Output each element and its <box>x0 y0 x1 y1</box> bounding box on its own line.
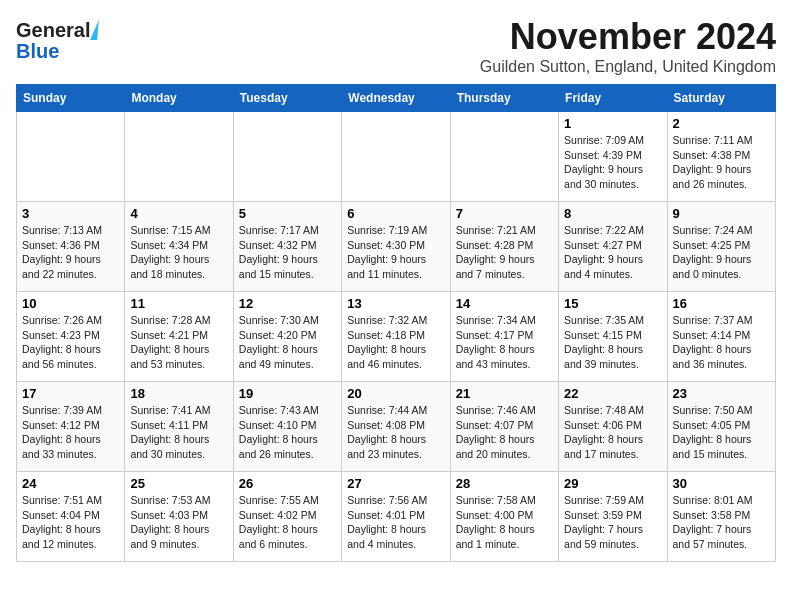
day-info: Sunrise: 7:11 AM Sunset: 4:38 PM Dayligh… <box>673 133 770 192</box>
day-number: 14 <box>456 296 553 311</box>
day-info: Sunrise: 7:22 AM Sunset: 4:27 PM Dayligh… <box>564 223 661 282</box>
day-number: 8 <box>564 206 661 221</box>
calendar-cell: 20Sunrise: 7:44 AM Sunset: 4:08 PM Dayli… <box>342 382 450 472</box>
day-info: Sunrise: 7:53 AM Sunset: 4:03 PM Dayligh… <box>130 493 227 552</box>
calendar-header-thursday: Thursday <box>450 85 558 112</box>
calendar-cell: 10Sunrise: 7:26 AM Sunset: 4:23 PM Dayli… <box>17 292 125 382</box>
day-info: Sunrise: 7:37 AM Sunset: 4:14 PM Dayligh… <box>673 313 770 372</box>
calendar-cell: 9Sunrise: 7:24 AM Sunset: 4:25 PM Daylig… <box>667 202 775 292</box>
logo-blue-text: Blue <box>16 40 98 63</box>
calendar-cell: 2Sunrise: 7:11 AM Sunset: 4:38 PM Daylig… <box>667 112 775 202</box>
calendar-cell: 17Sunrise: 7:39 AM Sunset: 4:12 PM Dayli… <box>17 382 125 472</box>
day-number: 26 <box>239 476 336 491</box>
location-text: Guilden Sutton, England, United Kingdom <box>480 58 776 76</box>
calendar-cell: 30Sunrise: 8:01 AM Sunset: 3:58 PM Dayli… <box>667 472 775 562</box>
day-info: Sunrise: 7:58 AM Sunset: 4:00 PM Dayligh… <box>456 493 553 552</box>
calendar-cell: 25Sunrise: 7:53 AM Sunset: 4:03 PM Dayli… <box>125 472 233 562</box>
day-info: Sunrise: 7:32 AM Sunset: 4:18 PM Dayligh… <box>347 313 444 372</box>
day-info: Sunrise: 7:30 AM Sunset: 4:20 PM Dayligh… <box>239 313 336 372</box>
calendar-week-row: 3Sunrise: 7:13 AM Sunset: 4:36 PM Daylig… <box>17 202 776 292</box>
day-info: Sunrise: 7:44 AM Sunset: 4:08 PM Dayligh… <box>347 403 444 462</box>
day-info: Sunrise: 8:01 AM Sunset: 3:58 PM Dayligh… <box>673 493 770 552</box>
day-info: Sunrise: 7:50 AM Sunset: 4:05 PM Dayligh… <box>673 403 770 462</box>
calendar-table: SundayMondayTuesdayWednesdayThursdayFrid… <box>16 84 776 562</box>
day-number: 13 <box>347 296 444 311</box>
calendar-week-row: 10Sunrise: 7:26 AM Sunset: 4:23 PM Dayli… <box>17 292 776 382</box>
day-info: Sunrise: 7:39 AM Sunset: 4:12 PM Dayligh… <box>22 403 119 462</box>
calendar-cell: 5Sunrise: 7:17 AM Sunset: 4:32 PM Daylig… <box>233 202 341 292</box>
calendar-cell: 11Sunrise: 7:28 AM Sunset: 4:21 PM Dayli… <box>125 292 233 382</box>
calendar-cell: 15Sunrise: 7:35 AM Sunset: 4:15 PM Dayli… <box>559 292 667 382</box>
calendar-cell: 13Sunrise: 7:32 AM Sunset: 4:18 PM Dayli… <box>342 292 450 382</box>
day-number: 1 <box>564 116 661 131</box>
calendar-header-monday: Monday <box>125 85 233 112</box>
logo: General Blue <box>16 20 98 63</box>
day-number: 16 <box>673 296 770 311</box>
day-number: 22 <box>564 386 661 401</box>
calendar-cell: 14Sunrise: 7:34 AM Sunset: 4:17 PM Dayli… <box>450 292 558 382</box>
month-title: November 2024 <box>480 16 776 58</box>
calendar-cell: 27Sunrise: 7:56 AM Sunset: 4:01 PM Dayli… <box>342 472 450 562</box>
day-number: 7 <box>456 206 553 221</box>
day-info: Sunrise: 7:46 AM Sunset: 4:07 PM Dayligh… <box>456 403 553 462</box>
day-info: Sunrise: 7:34 AM Sunset: 4:17 PM Dayligh… <box>456 313 553 372</box>
calendar-header-saturday: Saturday <box>667 85 775 112</box>
day-number: 10 <box>22 296 119 311</box>
calendar-cell <box>233 112 341 202</box>
calendar-cell: 19Sunrise: 7:43 AM Sunset: 4:10 PM Dayli… <box>233 382 341 472</box>
calendar-cell: 4Sunrise: 7:15 AM Sunset: 4:34 PM Daylig… <box>125 202 233 292</box>
day-info: Sunrise: 7:56 AM Sunset: 4:01 PM Dayligh… <box>347 493 444 552</box>
day-number: 5 <box>239 206 336 221</box>
day-info: Sunrise: 7:51 AM Sunset: 4:04 PM Dayligh… <box>22 493 119 552</box>
day-info: Sunrise: 7:26 AM Sunset: 4:23 PM Dayligh… <box>22 313 119 372</box>
calendar-cell: 3Sunrise: 7:13 AM Sunset: 4:36 PM Daylig… <box>17 202 125 292</box>
calendar-cell: 1Sunrise: 7:09 AM Sunset: 4:39 PM Daylig… <box>559 112 667 202</box>
calendar-cell: 8Sunrise: 7:22 AM Sunset: 4:27 PM Daylig… <box>559 202 667 292</box>
day-number: 20 <box>347 386 444 401</box>
logo-general-text: General <box>16 20 90 40</box>
day-info: Sunrise: 7:41 AM Sunset: 4:11 PM Dayligh… <box>130 403 227 462</box>
calendar-cell: 24Sunrise: 7:51 AM Sunset: 4:04 PM Dayli… <box>17 472 125 562</box>
calendar-header-friday: Friday <box>559 85 667 112</box>
day-info: Sunrise: 7:09 AM Sunset: 4:39 PM Dayligh… <box>564 133 661 192</box>
day-number: 12 <box>239 296 336 311</box>
day-number: 19 <box>239 386 336 401</box>
calendar-header-wednesday: Wednesday <box>342 85 450 112</box>
day-number: 2 <box>673 116 770 131</box>
day-number: 11 <box>130 296 227 311</box>
calendar-week-row: 17Sunrise: 7:39 AM Sunset: 4:12 PM Dayli… <box>17 382 776 472</box>
day-info: Sunrise: 7:43 AM Sunset: 4:10 PM Dayligh… <box>239 403 336 462</box>
calendar-header-tuesday: Tuesday <box>233 85 341 112</box>
day-number: 6 <box>347 206 444 221</box>
calendar-cell: 28Sunrise: 7:58 AM Sunset: 4:00 PM Dayli… <box>450 472 558 562</box>
day-number: 28 <box>456 476 553 491</box>
day-info: Sunrise: 7:19 AM Sunset: 4:30 PM Dayligh… <box>347 223 444 282</box>
calendar-cell <box>450 112 558 202</box>
calendar-cell: 7Sunrise: 7:21 AM Sunset: 4:28 PM Daylig… <box>450 202 558 292</box>
day-number: 3 <box>22 206 119 221</box>
day-number: 4 <box>130 206 227 221</box>
calendar-cell: 6Sunrise: 7:19 AM Sunset: 4:30 PM Daylig… <box>342 202 450 292</box>
calendar-cell <box>342 112 450 202</box>
day-number: 9 <box>673 206 770 221</box>
day-number: 21 <box>456 386 553 401</box>
day-number: 30 <box>673 476 770 491</box>
day-info: Sunrise: 7:48 AM Sunset: 4:06 PM Dayligh… <box>564 403 661 462</box>
day-info: Sunrise: 7:15 AM Sunset: 4:34 PM Dayligh… <box>130 223 227 282</box>
calendar-cell: 29Sunrise: 7:59 AM Sunset: 3:59 PM Dayli… <box>559 472 667 562</box>
calendar-header-sunday: Sunday <box>17 85 125 112</box>
calendar-cell: 26Sunrise: 7:55 AM Sunset: 4:02 PM Dayli… <box>233 472 341 562</box>
day-info: Sunrise: 7:21 AM Sunset: 4:28 PM Dayligh… <box>456 223 553 282</box>
day-info: Sunrise: 7:59 AM Sunset: 3:59 PM Dayligh… <box>564 493 661 552</box>
day-number: 24 <box>22 476 119 491</box>
calendar-cell: 22Sunrise: 7:48 AM Sunset: 4:06 PM Dayli… <box>559 382 667 472</box>
calendar-cell: 21Sunrise: 7:46 AM Sunset: 4:07 PM Dayli… <box>450 382 558 472</box>
calendar-header-row: SundayMondayTuesdayWednesdayThursdayFrid… <box>17 85 776 112</box>
title-section: November 2024 Guilden Sutton, England, U… <box>480 16 776 76</box>
calendar-cell <box>17 112 125 202</box>
day-number: 15 <box>564 296 661 311</box>
day-info: Sunrise: 7:28 AM Sunset: 4:21 PM Dayligh… <box>130 313 227 372</box>
day-number: 29 <box>564 476 661 491</box>
day-number: 23 <box>673 386 770 401</box>
calendar-week-row: 24Sunrise: 7:51 AM Sunset: 4:04 PM Dayli… <box>17 472 776 562</box>
